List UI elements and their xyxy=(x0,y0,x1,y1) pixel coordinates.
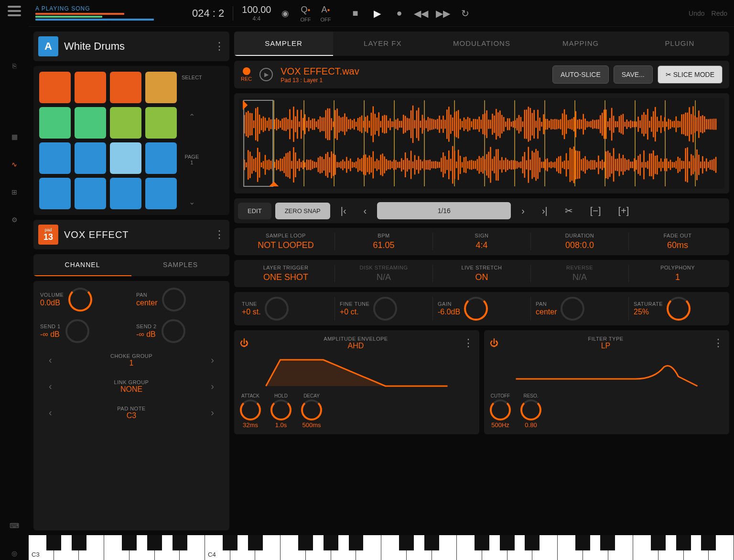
tab-mapping[interactable]: MAPPING xyxy=(531,32,630,56)
pad-13[interactable] xyxy=(39,178,71,209)
link-icon[interactable]: ⎘ xyxy=(8,59,21,73)
pad-8[interactable] xyxy=(145,107,177,139)
auto-slice-button[interactable]: AUTO-SLICE xyxy=(552,65,609,84)
pad-6[interactable] xyxy=(75,107,106,139)
saturate-knob[interactable]: SATURATE25% xyxy=(629,297,726,321)
tempo-display[interactable]: 100.00 4:4 xyxy=(242,4,271,22)
cut-icon[interactable]: ✂ xyxy=(558,202,580,219)
black-key[interactable] xyxy=(701,535,716,550)
env-more-icon[interactable]: ⋮ xyxy=(463,337,474,349)
zoom-in-icon[interactable]: [+] xyxy=(612,203,636,219)
send1-knob[interactable]: SEND 1-∞ dB xyxy=(40,319,127,343)
black-key[interactable] xyxy=(46,535,61,550)
tab-channel[interactable]: CHANNEL xyxy=(33,254,131,276)
pad-number-badge[interactable]: pad13 xyxy=(38,225,58,245)
page-down-icon[interactable]: ⌄ xyxy=(189,197,195,206)
tab-sampler[interactable]: SAMPLER xyxy=(234,32,333,56)
polyphony-param[interactable]: POLYPHONY1 xyxy=(629,265,726,282)
pad-note[interactable]: ‹ PAD NOTEC3 › xyxy=(40,403,223,422)
rewind-button[interactable]: ◀◀ xyxy=(415,8,427,19)
preview-play-icon[interactable]: ▶ xyxy=(259,68,273,81)
keyboard-icon[interactable]: ⌨ xyxy=(8,519,21,532)
zero-snap-button[interactable]: ZERO SNAP xyxy=(275,203,330,219)
stretch-param[interactable]: LIVE STRETCHON xyxy=(433,265,531,282)
send2-knob[interactable]: SEND 2-∞ dB xyxy=(136,319,223,343)
tab-layerfx[interactable]: LAYER FX xyxy=(333,32,432,56)
black-key[interactable] xyxy=(424,535,439,550)
pad-7[interactable] xyxy=(110,107,141,139)
redo-button[interactable]: Redo xyxy=(712,10,727,17)
power-icon[interactable]: ⏻ xyxy=(240,338,248,348)
pad-5[interactable] xyxy=(39,107,71,139)
black-key[interactable] xyxy=(575,535,590,550)
trigger-param[interactable]: LAYER TRIGGERONE SHOT xyxy=(237,265,335,282)
page-up-icon[interactable]: ⌃ xyxy=(189,112,195,121)
choke-group[interactable]: ‹ CHOKE GROUP1 › xyxy=(40,351,223,369)
attack-knob[interactable]: ATTACK32ms xyxy=(240,393,261,429)
link-group[interactable]: ‹ LINK GROUPNONE › xyxy=(40,377,223,396)
black-key[interactable] xyxy=(349,535,364,550)
pad-4[interactable] xyxy=(145,72,177,103)
automation-button[interactable]: A● OFF xyxy=(320,4,331,22)
kit-badge[interactable]: A xyxy=(38,36,58,56)
pad-14[interactable] xyxy=(75,178,106,209)
snap-value[interactable]: 1/16 xyxy=(377,202,511,219)
disk-param[interactable]: DISK STREAMINGN/A xyxy=(335,265,433,282)
hold-knob[interactable]: HOLD1.0s xyxy=(270,393,291,429)
duration-param[interactable]: DURATION008:0.0 xyxy=(531,233,629,250)
black-key[interactable] xyxy=(298,535,313,550)
forward-button[interactable]: ▶▶ xyxy=(437,8,449,19)
volume-knob[interactable]: VOLUME0.0dB xyxy=(40,288,127,312)
waveform-display[interactable] xyxy=(234,93,729,194)
black-key[interactable] xyxy=(600,535,615,550)
pad-11[interactable] xyxy=(110,142,141,174)
black-key[interactable] xyxy=(147,535,162,550)
black-key[interactable] xyxy=(399,535,414,550)
black-key[interactable] xyxy=(324,535,338,550)
prev-icon[interactable]: ‹ xyxy=(357,203,374,219)
skip-end-icon[interactable]: ›| xyxy=(535,203,554,219)
sample-pan-knob[interactable]: PANcenter xyxy=(531,297,629,321)
power-icon[interactable]: ⏻ xyxy=(490,338,498,348)
kit-more-icon[interactable]: ⋮ xyxy=(214,40,225,53)
filter-more-icon[interactable]: ⋮ xyxy=(713,337,723,349)
mixer-icon[interactable]: ⊞ xyxy=(8,185,21,199)
next-icon[interactable]: › xyxy=(515,203,531,219)
pad-2[interactable] xyxy=(75,72,106,103)
loop-button[interactable]: ↻ xyxy=(459,8,471,19)
record-button[interactable]: ● xyxy=(393,8,405,19)
tab-samples[interactable]: SAMPLES xyxy=(131,254,229,276)
slice-mode-button[interactable]: ✂ SLICE MODE xyxy=(658,65,723,84)
position-display[interactable]: 024 : 2 xyxy=(192,7,224,20)
pad-12[interactable] xyxy=(145,142,177,174)
tab-modulations[interactable]: MODULATIONS xyxy=(432,32,531,56)
piano-keyboard[interactable]: C3C4 xyxy=(29,535,734,560)
pad-more-icon[interactable]: ⋮ xyxy=(214,228,225,241)
waveform-icon[interactable]: ∿ xyxy=(8,158,21,171)
quantize-button[interactable]: Q● OFF xyxy=(300,4,311,22)
pad-9[interactable] xyxy=(39,142,71,174)
settings-icon[interactable]: ◎ xyxy=(8,547,21,560)
black-key[interactable] xyxy=(525,535,540,550)
black-key[interactable] xyxy=(475,535,489,550)
edit-button[interactable]: EDIT xyxy=(238,203,271,219)
song-info[interactable]: A PLAYING SONG xyxy=(35,5,184,22)
reverse-param[interactable]: REVERSEN/A xyxy=(531,265,629,282)
undo-button[interactable]: Undo xyxy=(689,10,704,17)
fadeout-param[interactable]: FADE OUT60ms xyxy=(629,233,726,250)
cutoff-knob[interactable]: CUTOFF500Hz xyxy=(490,393,511,429)
record-sample-button[interactable]: REC xyxy=(241,67,252,82)
stop-button[interactable]: ■ xyxy=(349,8,361,19)
sample-loop-param[interactable]: SAMPLE LOOPNOT LOOPED xyxy=(237,233,335,250)
skip-start-icon[interactable]: |‹ xyxy=(334,203,353,219)
sliders-icon[interactable]: ⚙ xyxy=(8,213,21,226)
black-key[interactable] xyxy=(173,535,187,550)
play-button[interactable]: ▶ xyxy=(371,8,383,19)
pad-3[interactable] xyxy=(110,72,141,103)
metronome-button[interactable]: ◉ xyxy=(280,8,291,19)
black-key[interactable] xyxy=(500,535,515,550)
pan-knob[interactable]: PANcenter xyxy=(136,288,223,312)
black-key[interactable] xyxy=(223,535,237,550)
fine-tune-knob[interactable]: FINE TUNE+0 ct. xyxy=(335,297,433,321)
save-button[interactable]: SAVE... xyxy=(614,65,653,84)
